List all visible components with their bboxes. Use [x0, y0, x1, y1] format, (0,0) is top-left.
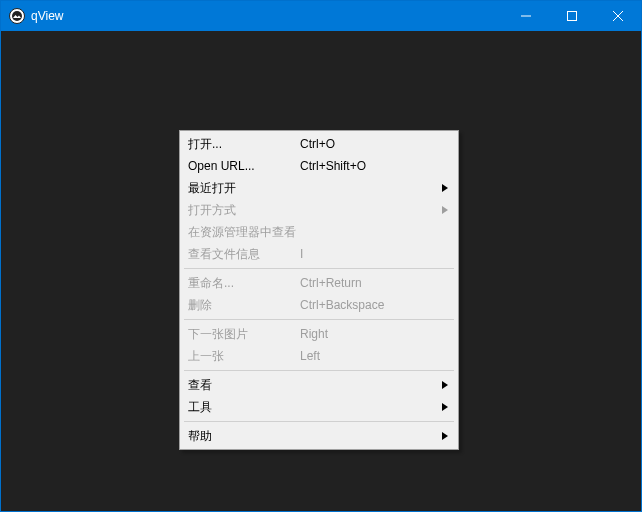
chevron-right-icon	[442, 184, 448, 192]
menu-item[interactable]: 最近打开	[182, 177, 456, 199]
menu-separator	[184, 370, 454, 371]
menu-item: 重命名...Ctrl+Return	[182, 272, 456, 294]
window-title: qView	[31, 9, 63, 23]
chevron-right-icon	[442, 403, 448, 411]
menu-item-label: 查看文件信息	[188, 246, 300, 263]
menu-item-shortcut: Ctrl+Backspace	[300, 298, 450, 312]
menu-item-label: 上一张	[188, 348, 300, 365]
menu-item-label: 最近打开	[188, 180, 300, 197]
chevron-right-icon	[442, 206, 448, 214]
app-window: qView 打开...Ctrl+OOpen URL...Ctrl+Shift+O…	[0, 0, 642, 512]
menu-item-shortcut: Ctrl+Return	[300, 276, 450, 290]
svg-rect-2	[568, 12, 577, 21]
titlebar[interactable]: qView	[1, 1, 641, 31]
menu-item-label: 工具	[188, 399, 300, 416]
menu-item: 上一张Left	[182, 345, 456, 367]
chevron-right-icon	[442, 432, 448, 440]
minimize-button[interactable]	[503, 1, 549, 31]
menu-item[interactable]: 工具	[182, 396, 456, 418]
menu-item[interactable]: 帮助	[182, 425, 456, 447]
menu-item-shortcut: Left	[300, 349, 450, 363]
app-icon	[9, 8, 25, 24]
menu-item[interactable]: 查看	[182, 374, 456, 396]
menu-item-label: 删除	[188, 297, 300, 314]
menu-item-shortcut: Right	[300, 327, 450, 341]
menu-item-shortcut: Ctrl+Shift+O	[300, 159, 450, 173]
chevron-right-icon	[442, 381, 448, 389]
client-area[interactable]: 打开...Ctrl+OOpen URL...Ctrl+Shift+O最近打开打开…	[2, 31, 640, 510]
svg-point-1	[12, 11, 22, 21]
menu-item[interactable]: Open URL...Ctrl+Shift+O	[182, 155, 456, 177]
context-menu: 打开...Ctrl+OOpen URL...Ctrl+Shift+O最近打开打开…	[179, 130, 459, 450]
menu-item: 查看文件信息I	[182, 243, 456, 265]
menu-item: 打开方式	[182, 199, 456, 221]
menu-item: 下一张图片Right	[182, 323, 456, 345]
menu-separator	[184, 268, 454, 269]
maximize-button[interactable]	[549, 1, 595, 31]
menu-item-label: 在资源管理器中查看	[188, 224, 300, 241]
menu-item-label: 查看	[188, 377, 300, 394]
menu-item-shortcut: I	[300, 247, 450, 261]
menu-item-label: 打开方式	[188, 202, 300, 219]
menu-item[interactable]: 打开...Ctrl+O	[182, 133, 456, 155]
close-button[interactable]	[595, 1, 641, 31]
menu-separator	[184, 421, 454, 422]
menu-item-label: 打开...	[188, 136, 300, 153]
menu-item-label: Open URL...	[188, 159, 300, 173]
menu-item-label: 下一张图片	[188, 326, 300, 343]
menu-item-shortcut: Ctrl+O	[300, 137, 450, 151]
menu-item-label: 帮助	[188, 428, 300, 445]
menu-separator	[184, 319, 454, 320]
menu-item: 在资源管理器中查看	[182, 221, 456, 243]
menu-item: 删除Ctrl+Backspace	[182, 294, 456, 316]
menu-item-label: 重命名...	[188, 275, 300, 292]
